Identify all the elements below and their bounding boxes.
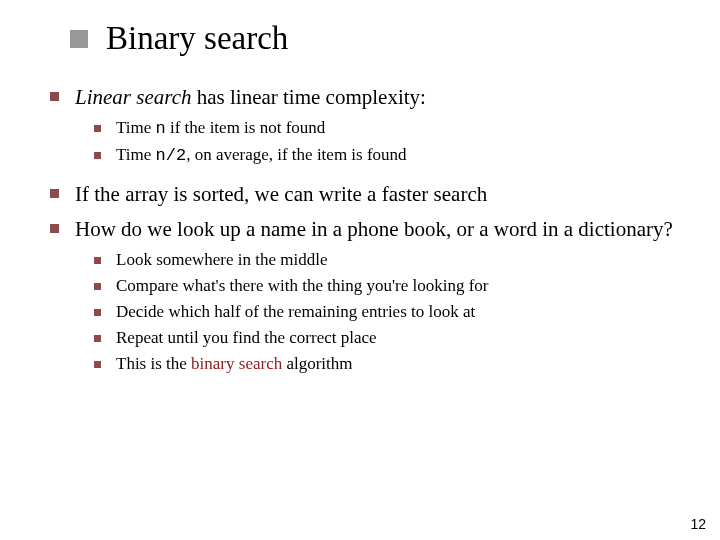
square-bullet-icon [50,189,59,198]
slide-title: Binary search [106,20,288,57]
square-bullet-icon [94,335,101,342]
bullet-text: If the array is sorted, we can write a f… [75,180,680,208]
bullet-text: Look somewhere in the middle [116,249,680,272]
square-bullet-icon [94,257,101,264]
bullet-text: Time n if the item is not found [116,117,680,141]
list-item: This is the binary search algorithm [94,353,680,376]
text: Time [116,145,156,164]
code-text: n [156,119,166,138]
text: Time [116,118,156,137]
square-bullet-icon [94,152,101,159]
square-bullet-icon [50,92,59,101]
list-item: Decide which half of the remaining entri… [94,301,680,324]
bullet-text: Linear search has linear time complexity… [75,83,680,111]
code-text: n/2 [156,146,187,165]
sub-list: Look somewhere in the middle Compare wha… [94,249,680,376]
square-bullet-icon [94,125,101,132]
list-item: Time n/2, on average, if the item is fou… [94,144,680,168]
bullet-text: This is the binary search algorithm [116,353,680,376]
text: algorithm [282,354,352,373]
highlight-text: binary search [191,354,282,373]
slide-content: Linear search has linear time complexity… [50,83,680,376]
bullet-text: Decide which half of the remaining entri… [116,301,680,324]
text: , on average, if the item is found [186,145,406,164]
bullet-text: Time n/2, on average, if the item is fou… [116,144,680,168]
bullet-text: Repeat until you find the correct place [116,327,680,350]
list-item: Linear search has linear time complexity… [50,83,680,111]
list-item: Compare what's there with the thing you'… [94,275,680,298]
sub-list: Time n if the item is not found Time n/2… [94,117,680,168]
text: if the item is not found [166,118,326,137]
list-item: Repeat until you find the correct place [94,327,680,350]
slide-title-row: Binary search [70,20,680,57]
italic-text: Linear search [75,85,191,109]
list-item: Look somewhere in the middle [94,249,680,272]
list-item: Time n if the item is not found [94,117,680,141]
bullet-text: Compare what's there with the thing you'… [116,275,680,298]
page-number: 12 [690,516,706,532]
square-bullet-icon [50,224,59,233]
list-item: How do we look up a name in a phone book… [50,215,680,243]
bullet-text: How do we look up a name in a phone book… [75,215,680,243]
list-item: If the array is sorted, we can write a f… [50,180,680,208]
square-bullet-icon [94,283,101,290]
square-bullet-icon [94,361,101,368]
text: has linear time complexity: [191,85,425,109]
square-bullet-icon [94,309,101,316]
text: This is the [116,354,191,373]
title-bullet-icon [70,30,88,48]
